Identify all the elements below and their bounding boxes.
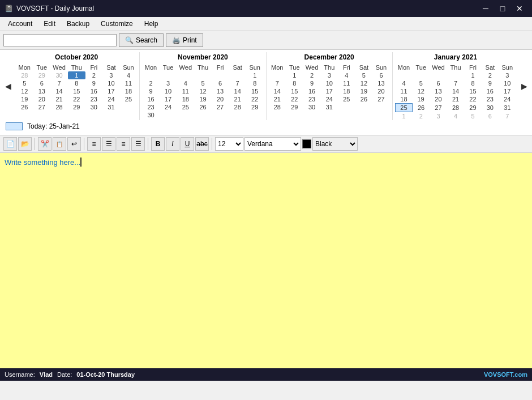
calendar-day[interactable]: 7 (499, 112, 516, 121)
editor-area[interactable]: Write something here... (0, 153, 532, 368)
calendar-day[interactable]: 22 (464, 95, 481, 104)
search-button[interactable]: 🔍 Search (119, 33, 164, 47)
calendar-day[interactable]: 25 (395, 104, 412, 112)
calendar-day[interactable]: 30 (85, 103, 103, 111)
calendar-day[interactable]: 18 (338, 87, 355, 95)
calendar-day[interactable]: 28 (229, 103, 246, 111)
calendar-day[interactable]: 4 (120, 71, 138, 79)
calendar-day[interactable]: 2 (303, 71, 321, 79)
calendar-day[interactable]: 21 (50, 95, 68, 103)
calendar-day[interactable]: 14 (50, 87, 68, 95)
calendar-day[interactable]: 14 (269, 87, 286, 95)
minimize-button[interactable]: ─ (478, 2, 494, 15)
menu-customize[interactable]: Customize (95, 18, 139, 29)
calendar-day[interactable]: 12 (413, 87, 430, 95)
calendar-day[interactable]: 3 (499, 71, 516, 79)
calendar-day[interactable]: 5 (194, 79, 212, 87)
cut-button[interactable]: ✂️ (38, 137, 52, 151)
calendar-day[interactable]: 17 (321, 87, 338, 95)
align-right-button[interactable]: ≡ (117, 137, 130, 151)
calendar-day[interactable]: 5 (413, 79, 430, 87)
calendar-day[interactable]: 3 (321, 71, 338, 79)
calendar-day[interactable]: 8 (246, 79, 264, 87)
calendar-day[interactable]: 13 (372, 79, 390, 87)
calendar-day[interactable]: 25 (338, 95, 355, 103)
calendar-day[interactable]: 31 (321, 103, 338, 111)
calendar-day[interactable]: 29 (464, 104, 481, 112)
calendar-day[interactable]: 16 (482, 87, 499, 95)
calendar-day[interactable]: 20 (372, 87, 390, 95)
calendar-day[interactable]: 6 (430, 79, 447, 87)
align-center-button[interactable]: ☰ (102, 137, 115, 151)
calendar-day[interactable]: 10 (160, 87, 177, 95)
calendar-day[interactable]: 31 (102, 103, 120, 111)
maximize-button[interactable]: □ (495, 2, 510, 15)
calendar-day[interactable]: 13 (430, 87, 447, 95)
calendar-day[interactable]: 1 (68, 71, 85, 79)
calendar-day[interactable]: 6 (212, 79, 229, 87)
calendar-day[interactable]: 28 (269, 103, 286, 111)
calendar-day[interactable]: 7 (269, 79, 286, 87)
new-button[interactable]: 📄 (3, 137, 17, 151)
copy-button[interactable]: 📋 (53, 137, 66, 151)
calendar-prev-button[interactable]: ◀ (2, 80, 14, 92)
menu-account[interactable]: Account (2, 18, 38, 29)
calendar-day[interactable]: 10 (102, 79, 120, 87)
calendar-day[interactable]: 14 (229, 87, 246, 95)
calendar-day[interactable]: 12 (16, 87, 33, 95)
calendar-day[interactable]: 1 (395, 112, 412, 121)
calendar-day[interactable]: 27 (33, 103, 51, 111)
calendar-day[interactable]: 16 (142, 95, 160, 103)
calendar-day[interactable]: 4 (447, 112, 464, 121)
calendar-day[interactable]: 28 (50, 103, 68, 111)
calendar-day[interactable]: 9 (482, 79, 499, 87)
calendar-day[interactable]: 18 (120, 87, 138, 95)
calendar-day[interactable]: 11 (338, 79, 355, 87)
calendar-day[interactable]: 18 (177, 95, 194, 103)
calendar-day[interactable]: 22 (246, 95, 264, 103)
calendar-day[interactable]: 11 (177, 87, 194, 95)
calendar-day[interactable]: 24 (321, 95, 338, 103)
calendar-day[interactable]: 9 (85, 79, 103, 87)
calendar-day[interactable]: 2 (142, 79, 160, 87)
calendar-day[interactable]: 17 (499, 87, 516, 95)
calendar-day[interactable]: 30 (303, 103, 321, 111)
calendar-day[interactable]: 6 (33, 79, 51, 87)
calendar-day[interactable]: 5 (16, 79, 33, 87)
calendar-day[interactable]: 5 (355, 71, 373, 79)
calendar-day[interactable]: 9 (303, 79, 321, 87)
calendar-day[interactable]: 19 (355, 87, 373, 95)
calendar-day[interactable]: 12 (194, 87, 212, 95)
calendar-day[interactable]: 23 (303, 95, 321, 103)
menu-edit[interactable]: Edit (38, 18, 61, 29)
calendar-day[interactable]: 2 (413, 112, 430, 121)
calendar-day[interactable]: 17 (160, 95, 177, 103)
calendar-day[interactable]: 13 (33, 87, 51, 95)
calendar-day[interactable]: 15 (246, 87, 264, 95)
calendar-day[interactable]: 22 (286, 95, 303, 103)
print-button[interactable]: 🖨️ Print (166, 33, 203, 47)
calendar-day[interactable]: 29 (68, 103, 85, 111)
menu-help[interactable]: Help (139, 18, 164, 29)
calendar-day[interactable]: 10 (321, 79, 338, 87)
calendar-day[interactable]: 26 (194, 103, 212, 111)
calendar-day[interactable]: 7 (447, 79, 464, 87)
calendar-day[interactable]: 3 (430, 112, 447, 121)
calendar-day[interactable]: 15 (286, 87, 303, 95)
calendar-day[interactable]: 26 (413, 104, 430, 112)
calendar-day[interactable]: 23 (85, 95, 103, 103)
underline-button[interactable]: U (181, 137, 194, 151)
calendar-day[interactable]: 24 (499, 95, 516, 104)
search-input[interactable] (3, 34, 117, 46)
bold-button[interactable]: B (151, 137, 165, 151)
menu-backup[interactable]: Backup (61, 18, 95, 29)
calendar-day[interactable]: 23 (482, 95, 499, 104)
calendar-day[interactable]: 30 (50, 71, 68, 79)
calendar-day[interactable]: 29 (33, 71, 51, 79)
calendar-day[interactable]: 24 (160, 103, 177, 111)
calendar-day[interactable]: 17 (102, 87, 120, 95)
calendar-day[interactable]: 29 (246, 103, 264, 111)
calendar-day[interactable]: 31 (499, 104, 516, 112)
calendar-day[interactable]: 16 (85, 87, 103, 95)
calendar-day[interactable]: 27 (430, 104, 447, 112)
